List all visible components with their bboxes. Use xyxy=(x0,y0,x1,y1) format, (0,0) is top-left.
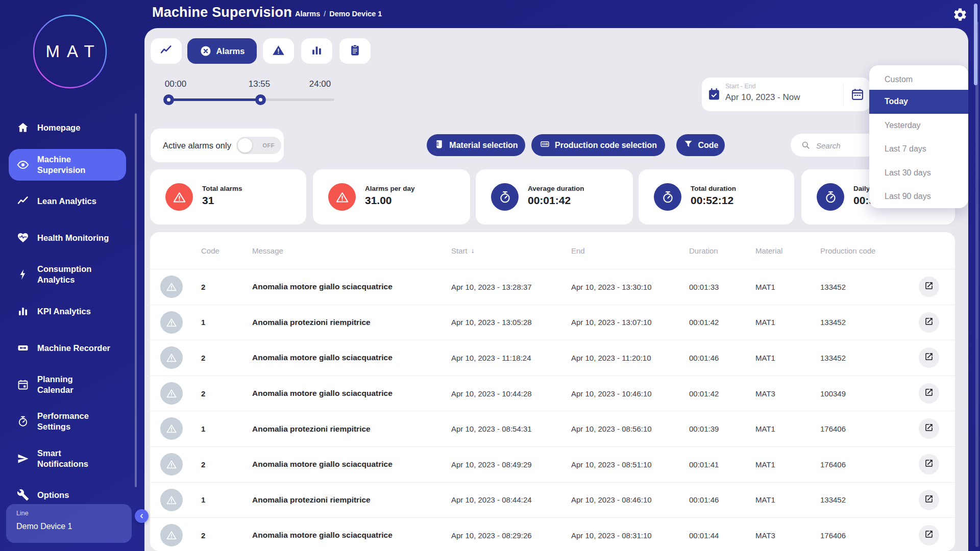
production-code-selection-button[interactable]: Production code selection xyxy=(531,134,665,156)
sidebar-collapse-button[interactable] xyxy=(135,509,149,523)
bar-chart-icon xyxy=(17,305,29,317)
code-filter-button[interactable]: Code xyxy=(676,134,725,156)
sidebar-item-label: PlanningCalendar xyxy=(37,374,74,395)
page-scrollbar[interactable] xyxy=(975,21,978,547)
date-preset-option-last-7-days[interactable]: Last 7 days xyxy=(869,137,968,161)
table-row[interactable]: 1Anomalia protezioni riempitriceApr 10, … xyxy=(150,305,955,341)
bar-chart-icon xyxy=(310,44,323,59)
cell-code: 2 xyxy=(201,269,205,305)
cell-material: MAT1 xyxy=(755,269,775,305)
date-preset-option-last-90-days[interactable]: Last 90 days xyxy=(869,185,968,208)
column-header-code[interactable]: Code xyxy=(201,232,219,269)
table-header: CodeMessageStart↓EndDurationMaterialProd… xyxy=(150,232,955,269)
breadcrumb-item-alarms[interactable]: Alarms xyxy=(295,10,320,18)
date-preset-option-last-30-days[interactable]: Last 30 days xyxy=(869,161,968,185)
sidebar-item-label: Health Monitoring xyxy=(37,233,109,243)
calendar-check-icon[interactable] xyxy=(707,87,721,102)
open-alarm-button[interactable] xyxy=(919,383,939,404)
tab-alarms-label: Alarms xyxy=(216,46,245,56)
sidebar-item-label: SmartNotifications xyxy=(37,448,88,469)
cell-code: 2 xyxy=(201,518,205,551)
cell-material: MAT1 xyxy=(755,447,775,482)
sidebar-item-smart-notifications[interactable]: SmartNotifications xyxy=(9,443,126,474)
column-header-material[interactable]: Material xyxy=(755,232,782,269)
cell-production-code: 133452 xyxy=(820,269,846,305)
sidebar-item-machine-supervision[interactable]: MachineSupervision xyxy=(9,149,126,181)
stat-card-average-duration: Average duration00:01:42 xyxy=(476,169,633,224)
sidebar-item-label: Lean Analytics xyxy=(37,196,96,207)
stopwatch-icon xyxy=(17,415,29,428)
cell-material: MAT3 xyxy=(755,518,775,551)
sidebar-item-health-monitoring[interactable]: Health Monitoring xyxy=(9,227,126,249)
open-in-new-icon xyxy=(924,459,934,470)
sidebar-item-consumption-analytics[interactable]: ConsumptionAnalytics xyxy=(9,259,126,290)
column-header-start[interactable]: Start↓ xyxy=(451,232,475,269)
device-card[interactable]: Line Demo Device 1 xyxy=(6,504,132,543)
time-slider-handle-start[interactable] xyxy=(163,94,174,105)
date-range-picker[interactable]: Start - End Apr 10, 2023 - Now xyxy=(702,78,870,111)
slider-current-label: 13:55 xyxy=(239,79,280,89)
cell-material: MAT1 xyxy=(755,411,775,446)
sidebar-item-planning-calendar[interactable]: PlanningCalendar xyxy=(9,369,126,400)
open-alarm-button[interactable] xyxy=(919,490,939,510)
calendar-outline-icon[interactable] xyxy=(850,87,865,102)
sidebar-item-options[interactable]: Options xyxy=(9,484,126,506)
column-header-production-code[interactable]: Production code xyxy=(820,232,875,269)
column-header-message[interactable]: Message xyxy=(252,232,283,269)
date-preset-option-today[interactable]: Today xyxy=(869,90,968,114)
open-alarm-button[interactable] xyxy=(919,454,939,474)
table-row[interactable]: 1Anomalia protezioni riempitriceApr 10, … xyxy=(150,411,955,447)
time-slider-handle-end[interactable] xyxy=(255,94,266,105)
column-header-end[interactable]: End xyxy=(571,232,585,269)
table-row[interactable]: 1Anomalia protezioni riempitriceApr 10, … xyxy=(150,483,955,518)
table-row[interactable]: 2Anomalia motore giallo sciacquatriceApr… xyxy=(150,269,955,305)
stopwatch-icon xyxy=(817,183,844,211)
table-row[interactable]: 2Anomalia motore giallo sciacquatriceApr… xyxy=(150,376,955,412)
table-row[interactable]: 2Anomalia motore giallo sciacquatriceApr… xyxy=(150,447,955,483)
sidebar-item-lean-analytics[interactable]: Lean Analytics xyxy=(9,190,126,212)
stat-label: Average duration xyxy=(528,185,584,192)
sidebar-item-kpi-analytics[interactable]: KPI Analytics xyxy=(9,300,126,322)
cell-message: Anomalia motore giallo sciacquatrice xyxy=(252,518,393,551)
material-selection-button[interactable]: Material selection xyxy=(427,134,525,156)
open-alarm-button[interactable] xyxy=(919,418,939,439)
beaker-icon xyxy=(434,139,445,152)
tab-alarms[interactable]: Alarms xyxy=(187,38,257,64)
open-alarm-button[interactable] xyxy=(919,347,939,368)
open-in-new-icon xyxy=(924,352,934,363)
table-row[interactable]: 2Anomalia motore giallo sciacquatriceApr… xyxy=(150,518,955,551)
tab-statistics[interactable] xyxy=(301,38,332,64)
tab-warnings[interactable] xyxy=(263,38,294,64)
cell-start: Apr 10, 2023 - 10:44:28 xyxy=(451,376,532,411)
table-row[interactable]: 2Anomalia motore giallo sciacquatriceApr… xyxy=(150,340,955,376)
column-header-duration[interactable]: Duration xyxy=(689,232,718,269)
date-preset-option-yesterday[interactable]: Yesterday xyxy=(869,114,968,138)
active-alarms-toggle-card: Active alarms only OFF xyxy=(151,129,284,162)
date-preset-scrollbar[interactable] xyxy=(974,4,977,85)
active-alarms-toggle[interactable]: OFF xyxy=(236,137,281,154)
settings-gear-icon[interactable] xyxy=(952,7,968,22)
date-preset-menu: CustomTodayYesterdayLast 7 daysLast 30 d… xyxy=(869,65,968,208)
sidebar-scrollbar[interactable] xyxy=(135,113,137,487)
page-title: Machine Supervision xyxy=(152,5,292,20)
tab-trend[interactable] xyxy=(151,38,182,64)
cell-code: 2 xyxy=(201,340,205,375)
open-alarm-button[interactable] xyxy=(919,525,939,545)
open-alarm-button[interactable] xyxy=(919,312,939,333)
tab-report[interactable] xyxy=(339,38,371,64)
open-in-new-icon xyxy=(924,423,934,434)
cell-start: Apr 10, 2023 - 08:49:29 xyxy=(451,447,532,482)
open-in-new-icon xyxy=(924,317,934,328)
sidebar-item-machine-recorder[interactable]: Machine Recorder xyxy=(9,337,126,359)
alarms-table: CodeMessageStart↓EndDurationMaterialProd… xyxy=(150,232,955,551)
sidebar-item-homepage[interactable]: Homepage xyxy=(9,116,126,139)
date-preset-option-custom[interactable]: Custom xyxy=(869,69,968,90)
cell-end: Apr 10, 2023 - 08:46:10 xyxy=(571,483,652,518)
sidebar-item-performance-settings[interactable]: PerformanceSettings xyxy=(9,406,126,437)
cell-code: 1 xyxy=(201,483,205,518)
cell-production-code: 176406 xyxy=(820,411,846,446)
brand-logo-text: MAT xyxy=(33,14,107,89)
open-alarm-button[interactable] xyxy=(919,277,939,297)
breadcrumb-item-demo-device-1[interactable]: Demo Device 1 xyxy=(329,10,382,18)
stat-value: 00:01:42 xyxy=(528,194,571,207)
